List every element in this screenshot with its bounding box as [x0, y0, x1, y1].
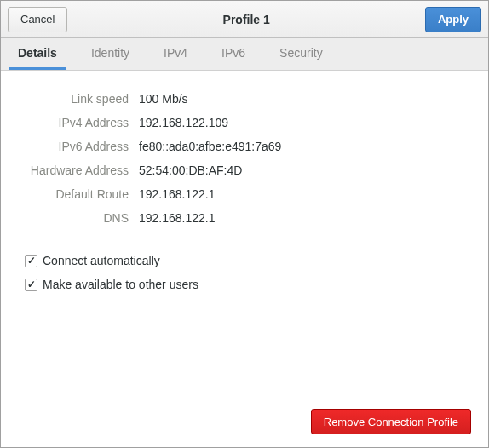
- hardware-address-label: Hardware Address: [18, 164, 129, 177]
- tab-security[interactable]: Security: [271, 38, 331, 70]
- cancel-button[interactable]: Cancel: [8, 7, 67, 32]
- ipv4-address-value: 192.168.122.109: [139, 116, 471, 129]
- default-route-value: 192.168.122.1: [139, 187, 471, 201]
- remove-connection-button[interactable]: Remove Connection Profile: [311, 409, 471, 434]
- window-title: Profile 1: [67, 13, 424, 26]
- hardware-address-value: 52:54:00:DB:AF:4D: [139, 164, 471, 177]
- ipv6-address-value: fe80::ada0:afbe:e491:7a69: [139, 140, 471, 153]
- ipv6-address-label: IPv6 Address: [18, 140, 129, 153]
- details-grid: Link speed 100 Mb/s IPv4 Address 192.168…: [18, 92, 471, 225]
- footer: Remove Connection Profile: [18, 409, 471, 434]
- ipv4-address-label: IPv4 Address: [18, 116, 129, 129]
- dns-value: 192.168.122.1: [139, 211, 471, 225]
- tab-bar: Details Identity IPv4 IPv6 Security: [1, 38, 488, 71]
- link-speed-label: Link speed: [18, 92, 129, 106]
- tab-identity[interactable]: Identity: [83, 38, 138, 70]
- default-route-label: Default Route: [18, 187, 129, 201]
- connect-automatically-label: Connect automatically: [43, 254, 160, 267]
- dns-label: DNS: [18, 211, 129, 225]
- connect-automatically-checkbox[interactable]: [25, 255, 37, 267]
- profile-dialog: Cancel Profile 1 Apply Details Identity …: [0, 0, 489, 448]
- available-to-others-label: Make available to other users: [43, 278, 198, 291]
- tab-ipv4[interactable]: IPv4: [155, 38, 196, 70]
- header-bar: Cancel Profile 1 Apply: [1, 1, 488, 38]
- available-to-others-checkbox[interactable]: [25, 279, 37, 291]
- link-speed-value: 100 Mb/s: [139, 92, 471, 106]
- available-to-others-row[interactable]: Make available to other users: [25, 278, 464, 291]
- tab-ipv6[interactable]: IPv6: [213, 38, 254, 70]
- details-pane: Link speed 100 Mb/s IPv4 Address 192.168…: [1, 71, 488, 447]
- tab-details[interactable]: Details: [9, 38, 66, 70]
- apply-button[interactable]: Apply: [425, 7, 481, 32]
- connect-automatically-row[interactable]: Connect automatically: [25, 254, 464, 267]
